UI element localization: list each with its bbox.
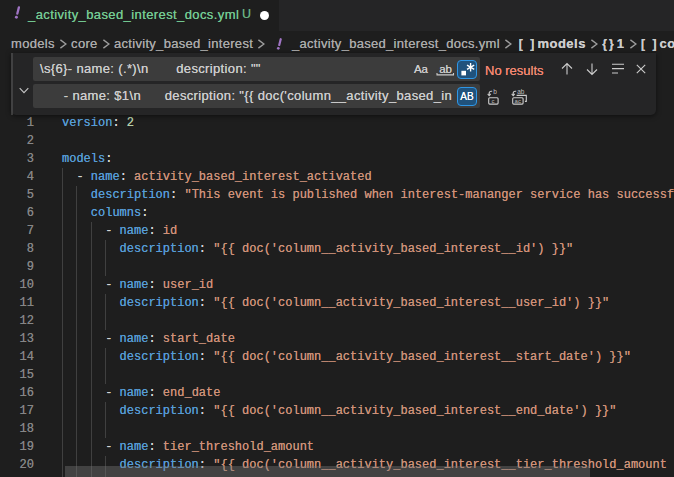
svg-text:ac: ac (514, 98, 520, 104)
svg-text:ab: ab (517, 88, 525, 95)
svg-text:c: c (491, 98, 494, 104)
svg-text:b: b (493, 88, 497, 95)
svg-text:ab: ab (439, 63, 452, 75)
